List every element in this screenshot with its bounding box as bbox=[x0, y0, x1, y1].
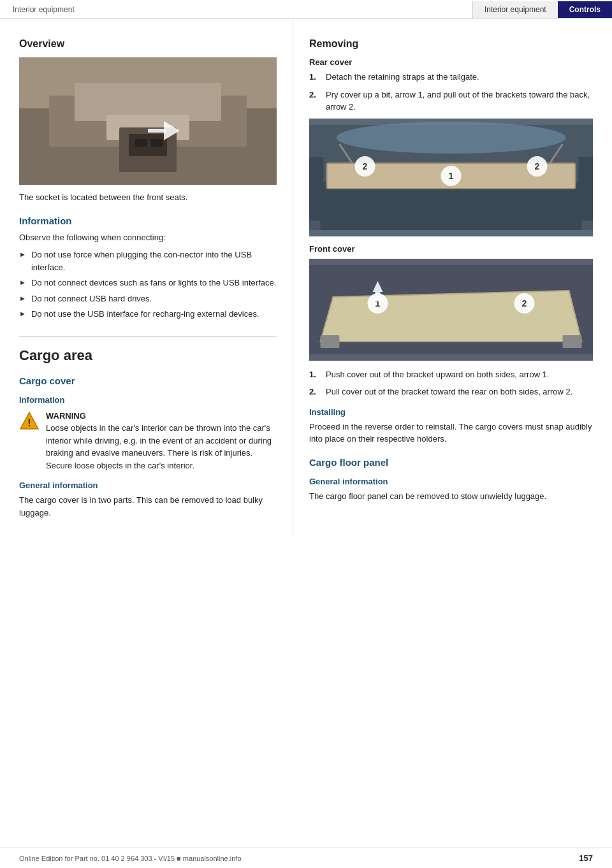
rear-cover-image: 1 2 2 bbox=[309, 119, 593, 236]
warning-label: WARNING bbox=[46, 410, 277, 423]
left-column: Overview The socket is located between bbox=[0, 19, 293, 537]
svg-text:1: 1 bbox=[449, 171, 454, 181]
svg-text:2: 2 bbox=[522, 298, 527, 308]
cargo-info-title: Information bbox=[19, 395, 277, 405]
gen-info-text: The cargo cover is in two parts. This ca… bbox=[19, 494, 277, 519]
installing-text: Proceed in the reverse order to reinstal… bbox=[309, 421, 593, 445]
rear-step-2: Pry cover up a bit, arrow 1, and pull ou… bbox=[326, 89, 593, 113]
list-item: ► Do not connect USB hard drives. bbox=[19, 293, 277, 305]
svg-point-26 bbox=[337, 122, 566, 154]
list-item: 2. Pry cover up a bit, arrow 1, and pull… bbox=[309, 89, 593, 113]
front-step-1: Push cover out of the bracket upward on … bbox=[326, 368, 549, 381]
step-number: 2. bbox=[309, 89, 321, 101]
installing-title: Installing bbox=[309, 407, 593, 417]
svg-rect-32 bbox=[321, 335, 340, 348]
bullet-arrow-icon: ► bbox=[19, 249, 26, 260]
svg-text:2: 2 bbox=[363, 161, 368, 171]
header-tab-controls[interactable]: Controls bbox=[558, 1, 612, 18]
right-column: Removing Rear cover 1. Detach the retain… bbox=[293, 19, 612, 537]
front-cover-title: Front cover bbox=[309, 244, 593, 254]
removing-title: Removing bbox=[309, 38, 593, 50]
rear-steps-list: 1. Detach the retaining straps at the ta… bbox=[309, 71, 593, 113]
cargo-cover-title: Cargo cover bbox=[19, 375, 277, 386]
gen-info-title: General information bbox=[19, 481, 277, 490]
footer-site: ■ manualsonline.info bbox=[177, 855, 241, 862]
list-item: ► Do not connect devices such as fans or… bbox=[19, 277, 277, 289]
bullet-text-3: Do not connect USB hard drives. bbox=[31, 293, 152, 305]
warning-content: WARNING Loose objects in the car's inter… bbox=[46, 410, 277, 472]
header-tab-interior[interactable]: Interior equipment bbox=[472, 1, 558, 18]
svg-marker-31 bbox=[321, 291, 582, 342]
bullet-arrow-icon: ► bbox=[19, 277, 26, 288]
list-item: ► Do not use force when plugging the con… bbox=[19, 249, 277, 273]
header-left-text: Interior equipment bbox=[0, 5, 472, 14]
svg-text:2: 2 bbox=[535, 161, 540, 171]
front-cover-image: 1 2 bbox=[309, 259, 593, 361]
cargo-floor-gen-text: The cargo floor panel can be removed to … bbox=[309, 490, 593, 503]
cargo-area-title: Cargo area bbox=[19, 336, 277, 364]
bullet-arrow-icon: ► bbox=[19, 293, 26, 304]
cargo-floor-title: Cargo floor panel bbox=[309, 457, 593, 468]
warning-text: Loose objects in the car's interior can … bbox=[46, 423, 272, 470]
list-item: 1. Detach the retaining straps at the ta… bbox=[309, 71, 593, 83]
svg-rect-27 bbox=[309, 157, 324, 221]
header-section-label: Interior equipment bbox=[13, 5, 75, 14]
step-number: 1. bbox=[309, 368, 321, 381]
front-steps-list: 1. Push cover out of the bracket upward … bbox=[309, 368, 593, 398]
svg-rect-16 bbox=[321, 182, 582, 230]
svg-rect-8 bbox=[151, 139, 163, 147]
cargo-floor-gen-title: General information bbox=[309, 477, 593, 486]
svg-rect-10 bbox=[148, 129, 166, 133]
front-step-2: Pull cover out of the bracket toward the… bbox=[326, 386, 572, 398]
list-item: ► Do not use the USB interface for recha… bbox=[19, 308, 277, 321]
bullet-text-1: Do not use force when plugging the con‑n… bbox=[31, 249, 277, 273]
warning-triangle-icon: ! bbox=[19, 411, 40, 431]
svg-rect-33 bbox=[563, 335, 582, 348]
information-title: Information bbox=[19, 215, 277, 226]
rear-cover-title: Rear cover bbox=[309, 57, 593, 67]
information-intro: Observe the following when connecting: bbox=[19, 231, 277, 244]
overview-desc: The socket is located between the front … bbox=[19, 191, 277, 204]
footer: Online Edition for Part no. 01 40 2 964 … bbox=[0, 848, 612, 868]
overview-title: Overview bbox=[19, 38, 277, 50]
bullet-text-2: Do not connect devices such as fans or l… bbox=[31, 277, 276, 289]
footer-text: Online Edition for Part no. 01 40 2 964 … bbox=[19, 855, 242, 862]
svg-rect-7 bbox=[135, 139, 147, 147]
step-number: 2. bbox=[309, 386, 321, 398]
svg-text:!: ! bbox=[27, 417, 31, 428]
main-content: Overview The socket is located between bbox=[0, 19, 612, 537]
warning-box: ! WARNING Loose objects in the car's int… bbox=[19, 410, 277, 472]
header-bar: Interior equipment Interior equipment Co… bbox=[0, 0, 612, 19]
list-item: 2. Pull cover out of the bracket toward … bbox=[309, 386, 593, 398]
svg-rect-39 bbox=[375, 292, 381, 301]
list-item: 1. Push cover out of the bracket upward … bbox=[309, 368, 593, 381]
step-number: 1. bbox=[309, 71, 321, 83]
page-number: 157 bbox=[579, 853, 593, 863]
rear-step-1: Detach the retaining straps at the tailg… bbox=[326, 71, 479, 83]
bullet-text-4: Do not use the USB interface for recharg… bbox=[31, 308, 259, 321]
svg-rect-28 bbox=[579, 157, 594, 221]
bullet-arrow-icon: ► bbox=[19, 308, 26, 319]
bullet-list: ► Do not use force when plugging the con… bbox=[19, 249, 277, 321]
overview-image bbox=[19, 57, 277, 185]
